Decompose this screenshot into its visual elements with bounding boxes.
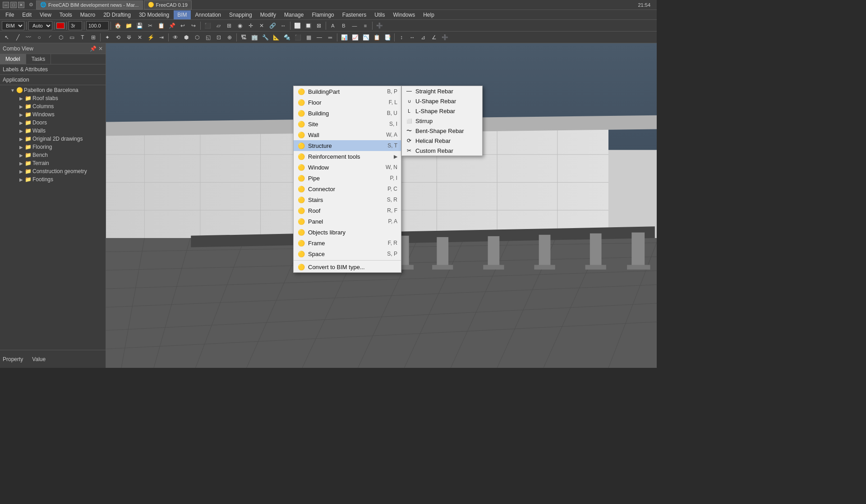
tree-item-terrain[interactable]: ▶ 📁 Terrain	[0, 159, 106, 167]
tb-r1[interactable]: ⬛	[203, 21, 212, 31]
a10[interactable]: ▶	[19, 169, 23, 174]
tb2-b9[interactable]: ═	[325, 32, 335, 42]
tb-open[interactable]: 📁	[124, 21, 134, 31]
a11[interactable]: ▶	[19, 177, 23, 182]
nav-mode-select[interactable]: Auto	[28, 21, 52, 30]
tb2-v3[interactable]: ⬡	[192, 32, 202, 42]
tb2-select[interactable]: ↖	[2, 32, 12, 42]
submenu-stirrup[interactable]: ⬜ Stirrup	[402, 116, 482, 126]
tb-undo[interactable]: ↩	[178, 21, 188, 31]
tree-root[interactable]: ▼ 🟡 Pabellon de Barcelona	[0, 86, 106, 94]
menu-window[interactable]: 🟡 Window W, N	[294, 162, 401, 173]
minimize-button[interactable]: ─	[3, 2, 9, 8]
a8[interactable]: ▶	[19, 153, 23, 157]
tree-item-roof-slabs[interactable]: ▶ 📁 Roof slabs	[0, 94, 106, 102]
tb2-b1[interactable]: 🏗	[239, 32, 249, 42]
tb-paste[interactable]: 📌	[167, 21, 177, 31]
tab-tasks[interactable]: Tasks	[26, 54, 51, 64]
tb2-c5[interactable]: 📑	[382, 32, 392, 42]
menu-reinforcement[interactable]: 🟡 Reinforcement tools ▶	[294, 151, 401, 162]
menu-utils[interactable]: Utils	[371, 10, 388, 19]
tb2-v2[interactable]: ⬢	[181, 32, 191, 42]
menu-fasteners[interactable]: Fasteners	[339, 10, 370, 19]
tb-t3[interactable]: —	[350, 21, 359, 31]
tree-item-bench[interactable]: ▶ 📁 Bench	[0, 151, 106, 159]
tb2-d2[interactable]: ↔	[407, 32, 417, 42]
tb2-v1[interactable]: 👁	[170, 32, 180, 42]
submenu-straight-rebar[interactable]: — Straight Rebar	[402, 86, 482, 96]
tb-r7[interactable]: 🔗	[267, 21, 277, 31]
tb-r2[interactable]: ▱	[213, 21, 223, 31]
tb-new[interactable]: 🏠	[113, 21, 123, 31]
tb2-b3[interactable]: 🔧	[260, 32, 270, 42]
workbench-select[interactable]: BIM	[2, 21, 24, 30]
submenu-bent-rebar[interactable]: 〜 Bent-Shape Rebar	[402, 126, 482, 136]
tb2-b2[interactable]: 🏢	[249, 32, 259, 42]
tb2-line[interactable]: ╱	[13, 32, 23, 42]
titlebar-tab-2[interactable]: 🟡 FreeCAD 0.19	[144, 0, 192, 9]
a9[interactable]: ▶	[19, 161, 23, 165]
menu-space[interactable]: 🟡 Space S, P	[294, 248, 401, 259]
menu-buildingpart[interactable]: 🟡 BuildingPart B, P	[294, 86, 401, 97]
combo-pin-icon[interactable]: 📌	[90, 46, 97, 52]
tb-save[interactable]: 💾	[134, 21, 144, 31]
menu-view[interactable]: View	[36, 10, 55, 19]
menu-macro[interactable]: Macro	[77, 10, 99, 19]
menu-2d-drafting[interactable]: 2D Drafting	[100, 10, 134, 19]
tb2-arc[interactable]: ◜	[45, 32, 55, 42]
root-arrow[interactable]: ▼	[10, 88, 15, 92]
submenu-u-rebar[interactable]: ∪ U-Shape Rebar	[402, 96, 482, 106]
a6[interactable]: ▶	[19, 137, 23, 141]
tb-s2[interactable]: 🔲	[303, 21, 313, 31]
menu-edit[interactable]: Edit	[18, 10, 35, 19]
submenu-helical-rebar[interactable]: ⟳ Helical Rebar	[402, 136, 482, 146]
tb-t4[interactable]: ≡	[360, 21, 370, 31]
menu-wall[interactable]: 🟡 Wall W, A	[294, 129, 401, 140]
tb2-v6[interactable]: ⊕	[225, 32, 235, 42]
titlebar-tab-1[interactable]: 🌐 FreeCAD BIM development news - Mar...	[36, 0, 143, 9]
tb2-b7[interactable]: ▦	[304, 32, 313, 42]
tb-add[interactable]: ➕	[374, 21, 384, 31]
combo-close-icon[interactable]: ✕	[98, 46, 103, 52]
tb2-c4[interactable]: 📋	[372, 32, 382, 42]
tb2-polygon[interactable]: ⬡	[56, 32, 66, 42]
tb-t1[interactable]: A	[328, 21, 338, 31]
menu-floor[interactable]: 🟡 Floor F, L	[294, 97, 401, 108]
menu-flamingo[interactable]: Flamingo	[308, 10, 337, 19]
menu-structure[interactable]: 🟡 Structure S, T	[294, 140, 401, 151]
menu-manage[interactable]: Manage	[281, 10, 307, 19]
tb2-c1[interactable]: 📊	[339, 32, 349, 42]
line-width-input[interactable]	[69, 21, 82, 30]
tb2-b4[interactable]: 📐	[271, 32, 281, 42]
tb2-c3[interactable]: 📉	[361, 32, 371, 42]
tb2-v5[interactable]: ⊡	[214, 32, 224, 42]
tb2-b5[interactable]: 🔩	[282, 32, 292, 42]
tb2-text[interactable]: T	[78, 32, 88, 42]
tree-item-doors[interactable]: ▶ 📁 Doors	[0, 119, 106, 127]
tb-r3[interactable]: ⊞	[224, 21, 234, 31]
tree-item-windows[interactable]: ▶ 📁 Windows	[0, 110, 106, 119]
tree-item-2d-drawings[interactable]: ▶ 📁 Original 2D drawings	[0, 135, 106, 143]
submenu-custom-rebar[interactable]: ✂ Custom Rebar	[402, 146, 482, 156]
tb2-array[interactable]: ⊞	[88, 32, 98, 42]
menu-modify[interactable]: Modify	[257, 10, 280, 19]
tb-s1[interactable]: ⬜	[292, 21, 302, 31]
menu-connector[interactable]: 🟡 Connector P, C	[294, 183, 401, 194]
menu-windows[interactable]: Windows	[390, 10, 419, 19]
tb2-b6[interactable]: ⬛	[293, 32, 303, 42]
menu-pipe[interactable]: 🟡 Pipe P, I	[294, 173, 401, 183]
menu-panel[interactable]: 🟡 Panel P, A	[294, 216, 401, 227]
tree-item-columns[interactable]: ▶ 📁 Columns	[0, 102, 106, 110]
a5[interactable]: ▶	[19, 128, 23, 133]
tb2-d1[interactable]: ↕	[396, 32, 406, 42]
tb-cut[interactable]: ✂	[145, 21, 155, 31]
close-button[interactable]: ✕	[18, 2, 24, 8]
menu-roof[interactable]: 🟡 Roof R, F	[294, 205, 401, 216]
tb2-d4[interactable]: ∠	[429, 32, 439, 42]
tree-item-footings[interactable]: ▶ 📁 Footings	[0, 175, 106, 183]
tree-item-walls[interactable]: ▶ 📁 Walls	[0, 127, 106, 135]
tab-model[interactable]: Model	[0, 54, 26, 64]
a7[interactable]: ▶	[19, 145, 23, 149]
tb2-add[interactable]: ➕	[440, 32, 450, 42]
menu-frame[interactable]: 🟡 Frame F, R	[294, 238, 401, 248]
